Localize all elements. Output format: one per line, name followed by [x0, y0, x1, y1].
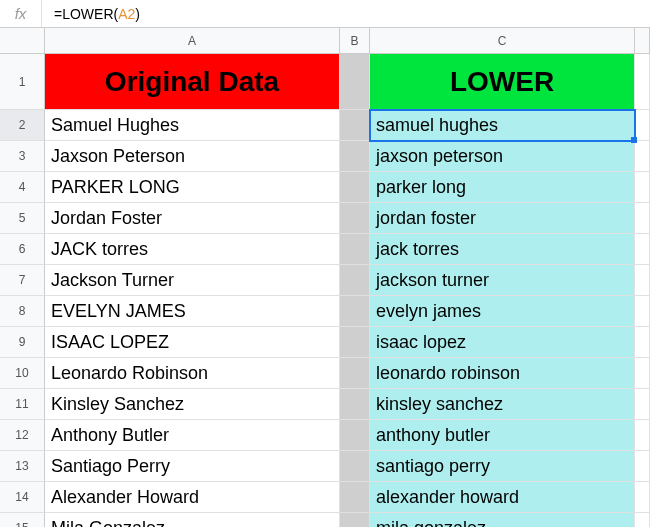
cell-edge-15[interactable]: [635, 513, 650, 527]
formula-input[interactable]: = LOWER ( A2 ): [42, 6, 140, 22]
cell-c2[interactable]: samuel hughes: [370, 110, 635, 141]
col-head-a[interactable]: A: [45, 28, 340, 54]
cell-b3[interactable]: [340, 141, 370, 172]
cell-c11[interactable]: kinsley sanchez: [370, 389, 635, 420]
cell-b5[interactable]: [340, 203, 370, 234]
row-head-14[interactable]: 14: [0, 482, 45, 513]
cell-b11[interactable]: [340, 389, 370, 420]
cell-c6[interactable]: jack torres: [370, 234, 635, 265]
cell-c15[interactable]: mila gonzalez: [370, 513, 635, 527]
row-head-6[interactable]: 6: [0, 234, 45, 265]
cell-edge-2[interactable]: [635, 110, 650, 141]
cell-edge-13[interactable]: [635, 451, 650, 482]
row-head-9[interactable]: 9: [0, 327, 45, 358]
row-head-2[interactable]: 2: [0, 110, 45, 141]
cell-c4[interactable]: parker long: [370, 172, 635, 203]
cell-b15[interactable]: [340, 513, 370, 527]
row-head-12[interactable]: 12: [0, 420, 45, 451]
cell-b8[interactable]: [340, 296, 370, 327]
cell-edge-10[interactable]: [635, 358, 650, 389]
cell-b9[interactable]: [340, 327, 370, 358]
cell-a14[interactable]: Alexander Howard: [45, 482, 340, 513]
cell-edge-4[interactable]: [635, 172, 650, 203]
row-head-8[interactable]: 8: [0, 296, 45, 327]
cell-c5[interactable]: jordan foster: [370, 203, 635, 234]
grid-corner[interactable]: [0, 28, 45, 54]
cell-b10[interactable]: [340, 358, 370, 389]
cell-c8[interactable]: evelyn james: [370, 296, 635, 327]
cell-a4[interactable]: PARKER LONG: [45, 172, 340, 203]
header-original-data[interactable]: Original Data: [45, 54, 340, 110]
cell-c9[interactable]: isaac lopez: [370, 327, 635, 358]
cell-a2[interactable]: Samuel Hughes: [45, 110, 340, 141]
formula-cell-ref: A2: [118, 6, 135, 22]
row-head-10[interactable]: 10: [0, 358, 45, 389]
cell-c3[interactable]: jaxson peterson: [370, 141, 635, 172]
formula-bar: fx = LOWER ( A2 ): [0, 0, 650, 28]
cell-a12[interactable]: Anthony Butler: [45, 420, 340, 451]
row-head-13[interactable]: 13: [0, 451, 45, 482]
cell-edge-1[interactable]: [635, 54, 650, 110]
cell-a13[interactable]: Santiago Perry: [45, 451, 340, 482]
cell-edge-3[interactable]: [635, 141, 650, 172]
cell-c10[interactable]: leonardo robinson: [370, 358, 635, 389]
cell-b4[interactable]: [340, 172, 370, 203]
cell-b14[interactable]: [340, 482, 370, 513]
cell-edge-6[interactable]: [635, 234, 650, 265]
cell-b13[interactable]: [340, 451, 370, 482]
cell-edge-14[interactable]: [635, 482, 650, 513]
fx-icon[interactable]: fx: [0, 0, 42, 27]
cell-a5[interactable]: Jordan Foster: [45, 203, 340, 234]
row-head-5[interactable]: 5: [0, 203, 45, 234]
formula-equals: =: [54, 6, 62, 22]
row-head-11[interactable]: 11: [0, 389, 45, 420]
cell-c14[interactable]: alexander howard: [370, 482, 635, 513]
cell-edge-12[interactable]: [635, 420, 650, 451]
row-head-15[interactable]: 15: [0, 513, 45, 527]
cell-b7[interactable]: [340, 265, 370, 296]
cell-a3[interactable]: Jaxson Peterson: [45, 141, 340, 172]
cell-a8[interactable]: EVELYN JAMES: [45, 296, 340, 327]
cell-c7[interactable]: jackson turner: [370, 265, 635, 296]
row-head-7[interactable]: 7: [0, 265, 45, 296]
formula-function: LOWER: [62, 6, 113, 22]
cell-a6[interactable]: JACK torres: [45, 234, 340, 265]
cell-a15[interactable]: Mila Gonzalez: [45, 513, 340, 527]
cell-edge-8[interactable]: [635, 296, 650, 327]
cell-c12[interactable]: anthony butler: [370, 420, 635, 451]
cell-b2[interactable]: [340, 110, 370, 141]
cell-b12[interactable]: [340, 420, 370, 451]
row-head-4[interactable]: 4: [0, 172, 45, 203]
cell-a10[interactable]: Leonardo Robinson: [45, 358, 340, 389]
cell-a7[interactable]: Jackson Turner: [45, 265, 340, 296]
formula-close-paren: ): [135, 6, 140, 22]
cell-a11[interactable]: Kinsley Sanchez: [45, 389, 340, 420]
col-head-e[interactable]: [635, 28, 650, 54]
cell-a9[interactable]: ISAAC LOPEZ: [45, 327, 340, 358]
col-head-b[interactable]: B: [340, 28, 370, 54]
cell-edge-5[interactable]: [635, 203, 650, 234]
spreadsheet-grid: A B C: [0, 28, 650, 54]
cell-edge-7[interactable]: [635, 265, 650, 296]
cell-b1[interactable]: [340, 54, 370, 110]
header-lower[interactable]: LOWER: [370, 54, 635, 110]
row-head-1[interactable]: 1: [0, 54, 45, 110]
cell-edge-9[interactable]: [635, 327, 650, 358]
cell-edge-11[interactable]: [635, 389, 650, 420]
cell-c13[interactable]: santiago perry: [370, 451, 635, 482]
cell-b6[interactable]: [340, 234, 370, 265]
col-head-c[interactable]: C: [370, 28, 635, 54]
row-head-3[interactable]: 3: [0, 141, 45, 172]
